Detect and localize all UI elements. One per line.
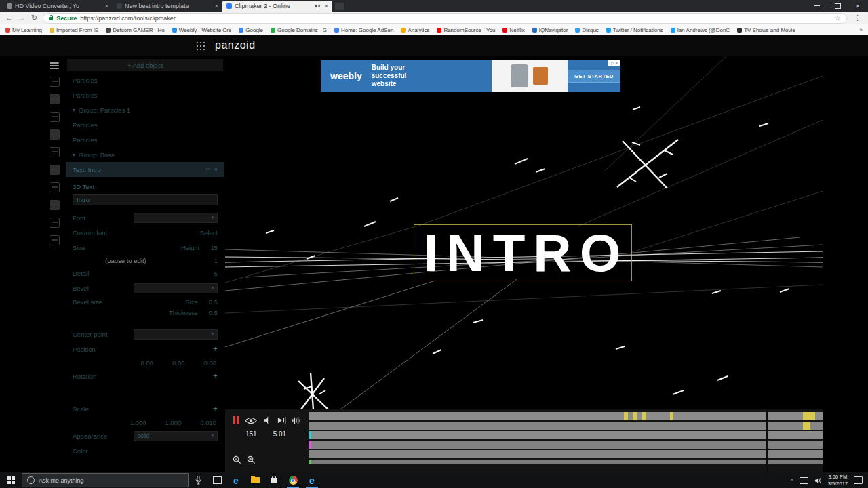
timeline-track[interactable] <box>309 450 823 458</box>
delete-icon[interactable]: × <box>214 166 218 173</box>
microphone-icon[interactable] <box>189 472 208 488</box>
tab-close-icon[interactable]: × <box>214 3 218 9</box>
bookmark-star-icon[interactable]: ☆ <box>835 14 841 22</box>
preview-viewport[interactable]: weebly Build your successful website GET… <box>225 56 823 409</box>
url-field[interactable]: Secure https://panzoid.com/tools/clipmak… <box>43 13 847 24</box>
volume-icon[interactable] <box>814 477 822 484</box>
bookmark-item[interactable]: IQNavigator <box>532 27 568 33</box>
layers-icon[interactable] <box>50 129 60 140</box>
bookmark-item[interactable]: Disqus <box>575 27 598 33</box>
ad-banner[interactable]: weebly Build your successful website GET… <box>321 60 620 92</box>
zoom-in-icon[interactable] <box>247 455 256 464</box>
bookmark-item[interactable]: Google Domains - G <box>271 27 327 33</box>
scale-add-icon[interactable]: + <box>213 404 218 413</box>
tray-expand-icon[interactable]: ^ <box>791 477 793 483</box>
keyframe-segment[interactable] <box>670 412 673 420</box>
edit-icon[interactable] <box>50 94 60 104</box>
timeline-track[interactable] <box>309 422 823 430</box>
ad-choices-icon[interactable]: ▷× <box>608 60 620 66</box>
visibility-eye-icon[interactable] <box>245 417 257 424</box>
objects-icon[interactable] <box>50 77 60 87</box>
info-icon[interactable] <box>50 218 60 228</box>
timeline-tracks[interactable] <box>309 409 823 472</box>
tree-item-particles[interactable]: Particles <box>66 87 224 102</box>
get-started-button[interactable]: GET STARTED <box>568 70 620 83</box>
bookmark-item[interactable]: Analytics <box>401 27 429 33</box>
store-icon[interactable] <box>264 472 283 488</box>
bookmark-item[interactable]: Home: Google AdSen <box>334 27 393 33</box>
action-center-icon[interactable] <box>854 476 863 484</box>
tab-hd-video-converter[interactable]: HD Video Converter, Yo × <box>3 1 113 12</box>
download-icon[interactable] <box>50 200 60 210</box>
new-tab-button[interactable] <box>335 3 344 10</box>
scale-x[interactable]: 1.000 <box>130 419 146 426</box>
help-icon[interactable] <box>50 235 60 245</box>
network-icon[interactable] <box>800 477 808 484</box>
text-value-input[interactable]: Intro <box>73 194 218 205</box>
pause-button[interactable] <box>233 416 239 424</box>
tree-item-group-particles-1[interactable]: ▾ Group: Particles 1 <box>66 102 224 117</box>
menu-icon[interactable] <box>50 62 59 69</box>
tab-clipmaker-active[interactable]: Clipmaker 2 - Online × <box>222 1 332 12</box>
audio-icon[interactable] <box>50 182 60 192</box>
appearance-select[interactable]: solid ▾ <box>134 431 218 441</box>
keyframe-segment[interactable] <box>803 422 810 430</box>
position-y[interactable]: 0.00 <box>172 359 185 367</box>
bookmark-item[interactable]: RandomSource - You <box>437 27 495 33</box>
bevel-select[interactable]: ▾ <box>134 283 218 293</box>
position-add-icon[interactable]: + <box>213 344 218 354</box>
file-explorer-icon[interactable] <box>245 472 264 488</box>
custom-font-select-button[interactable]: Select <box>200 229 218 237</box>
start-button[interactable] <box>0 472 22 488</box>
timeline-track[interactable] <box>309 441 823 449</box>
close-button[interactable]: × <box>848 0 868 12</box>
timeline-track[interactable] <box>309 460 823 464</box>
bookmark-item[interactable]: Twitter / Notifications <box>606 27 663 33</box>
cortana-search-box[interactable]: Ask me anything <box>22 473 189 487</box>
bookmark-item[interactable]: Netflix <box>502 27 524 33</box>
maximize-button[interactable] <box>827 0 848 12</box>
tab-close-icon[interactable]: × <box>104 3 108 9</box>
chrome-icon[interactable] <box>283 472 302 488</box>
center-point-select[interactable]: ▾ <box>134 329 218 340</box>
keyframe-segment[interactable] <box>803 412 815 420</box>
bookmark-item[interactable]: My Learning <box>5 27 42 33</box>
tree-item-particles[interactable]: Particles <box>66 132 224 147</box>
bookmark-item[interactable]: Imported From IE <box>50 27 98 33</box>
bevel-size-value[interactable]: 0.5 <box>209 298 218 306</box>
thickness-value[interactable]: 0.5 <box>209 309 218 317</box>
size-secondary-value[interactable]: 1 <box>214 257 218 264</box>
timeline-track[interactable] <box>309 412 823 420</box>
detail-value[interactable]: 5 <box>214 270 218 277</box>
tab-audio-icon[interactable] <box>314 3 321 9</box>
bookmark-item[interactable]: Google <box>239 27 263 33</box>
tab-close-icon[interactable]: × <box>323 3 328 9</box>
add-object-button[interactable]: + Add object <box>67 59 223 71</box>
task-view-icon[interactable] <box>208 472 226 488</box>
refresh-icon[interactable]: ↻ <box>31 14 37 22</box>
minimize-button[interactable] <box>807 0 827 12</box>
image-icon[interactable] <box>50 112 60 122</box>
play-to-end-icon[interactable] <box>277 416 286 424</box>
font-select[interactable]: ▾ <box>134 213 218 223</box>
text-selection-box[interactable]: INTRO <box>414 224 632 281</box>
keyframe-segment[interactable] <box>624 412 628 420</box>
bookmark-item[interactable]: Weebly - Website Cre <box>172 27 232 33</box>
effects-icon[interactable] <box>50 147 60 157</box>
scale-z[interactable]: 0.010 <box>200 419 216 426</box>
tree-item-particles[interactable]: Particles <box>66 73 224 87</box>
keyframe-segment[interactable] <box>633 412 637 420</box>
edge-icon[interactable]: e <box>226 472 245 488</box>
apps-grid-icon[interactable] <box>196 41 205 50</box>
tree-item-particles[interactable]: Particles <box>66 117 224 132</box>
forward-icon[interactable]: → <box>18 14 26 22</box>
back-icon[interactable]: ← <box>5 14 13 22</box>
bookmark-item[interactable]: TV Shows and Movie <box>737 27 795 33</box>
position-z[interactable]: 0.00 <box>204 359 217 367</box>
rotation-add-icon[interactable]: + <box>213 371 218 381</box>
duplicate-icon[interactable]: □ <box>206 166 210 173</box>
timeline-track[interactable] <box>309 431 823 439</box>
bookmark-item[interactable]: Defcom GAMER - Ho <box>106 27 164 33</box>
tree-item-group-base[interactable]: ▾ Group: Base <box>66 147 224 162</box>
bookmark-item[interactable]: Ian Andrews (@DonC <box>671 27 730 33</box>
